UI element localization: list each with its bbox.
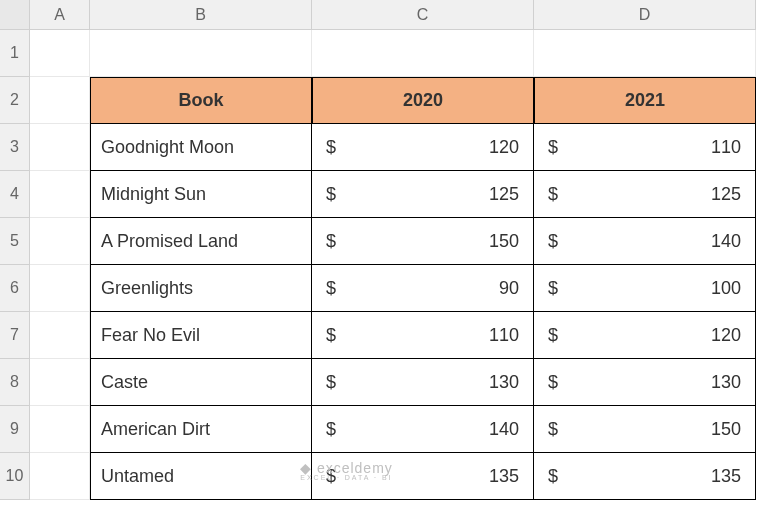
row-header-5[interactable]: 5 xyxy=(0,218,30,265)
currency-symbol: $ xyxy=(326,466,336,487)
cell-A8[interactable] xyxy=(30,359,90,406)
value: 140 xyxy=(711,231,741,252)
value: 130 xyxy=(711,372,741,393)
table-row[interactable]: $140 xyxy=(534,218,756,265)
table-row[interactable]: Goodnight Moon xyxy=(90,124,312,171)
currency-symbol: $ xyxy=(548,325,558,346)
cell-A10[interactable] xyxy=(30,453,90,500)
currency-symbol: $ xyxy=(326,372,336,393)
table-row[interactable]: $130 xyxy=(534,359,756,406)
table-row[interactable]: $120 xyxy=(312,124,534,171)
spreadsheet-grid[interactable]: A B C D 1 2 Book 2020 2021 3 Goodnight M… xyxy=(0,0,767,500)
value: 150 xyxy=(489,231,519,252)
table-row[interactable]: $90 xyxy=(312,265,534,312)
row-header-9[interactable]: 9 xyxy=(0,406,30,453)
value: 110 xyxy=(711,137,741,158)
table-row[interactable]: Greenlights xyxy=(90,265,312,312)
currency-symbol: $ xyxy=(548,137,558,158)
table-row[interactable]: Fear No Evil xyxy=(90,312,312,359)
row-header-4[interactable]: 4 xyxy=(0,171,30,218)
currency-symbol: $ xyxy=(548,419,558,440)
col-header-C[interactable]: C xyxy=(312,0,534,30)
cell-A3[interactable] xyxy=(30,124,90,171)
table-row[interactable]: $130 xyxy=(312,359,534,406)
cell-A4[interactable] xyxy=(30,171,90,218)
table-row[interactable]: $100 xyxy=(534,265,756,312)
table-row[interactable]: $140 xyxy=(312,406,534,453)
row-header-3[interactable]: 3 xyxy=(0,124,30,171)
currency-symbol: $ xyxy=(326,325,336,346)
value: 135 xyxy=(489,466,519,487)
table-row[interactable]: $125 xyxy=(312,171,534,218)
col-header-D[interactable]: D xyxy=(534,0,756,30)
cell-A5[interactable] xyxy=(30,218,90,265)
value: 110 xyxy=(489,325,519,346)
table-header-2021[interactable]: 2021 xyxy=(534,77,756,124)
cell-A6[interactable] xyxy=(30,265,90,312)
table-row[interactable]: $150 xyxy=(312,218,534,265)
table-row[interactable]: $110 xyxy=(312,312,534,359)
col-header-B[interactable]: B xyxy=(90,0,312,30)
value: 120 xyxy=(489,137,519,158)
currency-symbol: $ xyxy=(326,278,336,299)
select-all-corner[interactable] xyxy=(0,0,30,30)
row-header-2[interactable]: 2 xyxy=(0,77,30,124)
value: 100 xyxy=(711,278,741,299)
value: 150 xyxy=(711,419,741,440)
currency-symbol: $ xyxy=(548,372,558,393)
value: 125 xyxy=(489,184,519,205)
row-header-7[interactable]: 7 xyxy=(0,312,30,359)
currency-symbol: $ xyxy=(326,231,336,252)
table-row[interactable]: $135 xyxy=(534,453,756,500)
table-row[interactable]: Caste xyxy=(90,359,312,406)
table-row[interactable]: $150 xyxy=(534,406,756,453)
currency-symbol: $ xyxy=(326,419,336,440)
value: 130 xyxy=(489,372,519,393)
row-header-6[interactable]: 6 xyxy=(0,265,30,312)
col-header-A[interactable]: A xyxy=(30,0,90,30)
table-row[interactable]: $135 xyxy=(312,453,534,500)
cell-C1[interactable] xyxy=(312,30,534,77)
currency-symbol: $ xyxy=(548,278,558,299)
value: 140 xyxy=(489,419,519,440)
cell-D1[interactable] xyxy=(534,30,756,77)
cell-A7[interactable] xyxy=(30,312,90,359)
cell-A2[interactable] xyxy=(30,77,90,124)
row-header-10[interactable]: 10 xyxy=(0,453,30,500)
table-row[interactable]: American Dirt xyxy=(90,406,312,453)
table-row[interactable]: $125 xyxy=(534,171,756,218)
row-header-1[interactable]: 1 xyxy=(0,30,30,77)
cell-B1[interactable] xyxy=(90,30,312,77)
table-header-2020[interactable]: 2020 xyxy=(312,77,534,124)
cell-A9[interactable] xyxy=(30,406,90,453)
currency-symbol: $ xyxy=(548,231,558,252)
currency-symbol: $ xyxy=(548,466,558,487)
table-row[interactable]: $110 xyxy=(534,124,756,171)
currency-symbol: $ xyxy=(326,137,336,158)
value: 90 xyxy=(499,278,519,299)
table-row[interactable]: $120 xyxy=(534,312,756,359)
value: 125 xyxy=(711,184,741,205)
row-header-8[interactable]: 8 xyxy=(0,359,30,406)
table-row[interactable]: Untamed xyxy=(90,453,312,500)
cell-A1[interactable] xyxy=(30,30,90,77)
table-header-book[interactable]: Book xyxy=(90,77,312,124)
value: 135 xyxy=(711,466,741,487)
value: 120 xyxy=(711,325,741,346)
table-row[interactable]: Midnight Sun xyxy=(90,171,312,218)
currency-symbol: $ xyxy=(326,184,336,205)
currency-symbol: $ xyxy=(548,184,558,205)
table-row[interactable]: A Promised Land xyxy=(90,218,312,265)
